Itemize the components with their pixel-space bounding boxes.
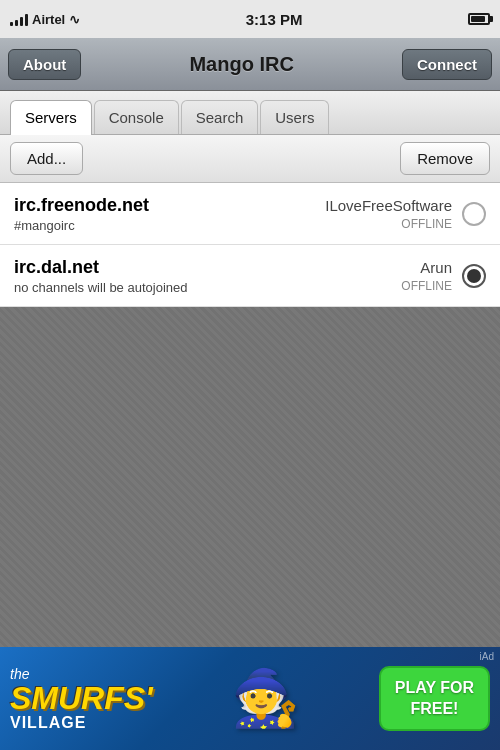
status-left: Airtel ∿ xyxy=(10,12,80,27)
tab-users[interactable]: Users xyxy=(260,100,329,134)
tab-search[interactable]: Search xyxy=(181,100,259,134)
server-hostname-dalnet: irc.dal.net xyxy=(14,257,401,278)
about-button[interactable]: About xyxy=(8,49,81,80)
server-channel-freenode: #mangoirc xyxy=(14,218,325,233)
nav-title: Mango IRC xyxy=(189,53,293,76)
remove-button[interactable]: Remove xyxy=(400,142,490,175)
connect-button[interactable]: Connect xyxy=(402,49,492,80)
signal-bar-1 xyxy=(10,22,13,26)
server-status-dalnet: OFFLINE xyxy=(401,279,452,293)
ad-banner[interactable]: the SMURFS' VILLAGE 🧙 PLAY FORFREE! iAd xyxy=(0,647,500,750)
radio-inner-dalnet xyxy=(467,269,481,283)
tab-console[interactable]: Console xyxy=(94,100,179,134)
carrier-label: Airtel xyxy=(32,12,65,27)
server-right-dalnet: Arun OFFLINE xyxy=(401,259,452,293)
server-item-freenode[interactable]: irc.freenode.net #mangoirc ILoveFreeSoft… xyxy=(0,183,500,245)
signal-bar-4 xyxy=(25,14,28,26)
main-content: About Mango IRC Connect Servers Console … xyxy=(0,38,500,750)
gray-area xyxy=(0,307,500,647)
tab-servers[interactable]: Servers xyxy=(10,100,92,135)
signal-bar-2 xyxy=(15,20,18,26)
status-bar: Airtel ∿ 3:13 PM xyxy=(0,0,500,38)
wifi-icon: ∿ xyxy=(69,12,80,27)
server-nick-dalnet: Arun xyxy=(420,259,452,276)
ad-smurfs-label: SMURFS' xyxy=(10,682,153,714)
server-info-freenode: irc.freenode.net #mangoirc xyxy=(14,195,325,233)
server-channel-dalnet: no channels will be autojoined xyxy=(14,280,401,295)
status-right xyxy=(468,13,490,25)
battery-fill xyxy=(471,16,485,22)
server-right-freenode: ILoveFreeSoftware OFFLINE xyxy=(325,197,452,231)
server-radio-freenode[interactable] xyxy=(462,202,486,226)
server-radio-dalnet[interactable] xyxy=(462,264,486,288)
signal-bar-3 xyxy=(20,17,23,26)
server-status-freenode: OFFLINE xyxy=(401,217,452,231)
battery-icon xyxy=(468,13,490,25)
time-label: 3:13 PM xyxy=(246,11,303,28)
nav-bar: About Mango IRC Connect xyxy=(0,38,500,91)
server-info-dalnet: irc.dal.net no channels will be autojoin… xyxy=(14,257,401,295)
server-item-dalnet[interactable]: irc.dal.net no channels will be autojoin… xyxy=(0,245,500,307)
server-list: irc.freenode.net #mangoirc ILoveFreeSoft… xyxy=(0,183,500,307)
toolbar: Add... Remove xyxy=(0,135,500,183)
ad-play-button[interactable]: PLAY FORFREE! xyxy=(379,666,490,732)
server-hostname-freenode: irc.freenode.net xyxy=(14,195,325,216)
ad-iad-label: iAd xyxy=(480,651,494,662)
ad-village-label: VILLAGE xyxy=(10,714,86,732)
smurf-character-image: 🧙 xyxy=(226,656,306,741)
ad-logo: the SMURFS' VILLAGE xyxy=(10,666,153,732)
signal-bars xyxy=(10,12,28,26)
add-button[interactable]: Add... xyxy=(10,142,83,175)
server-nick-freenode: ILoveFreeSoftware xyxy=(325,197,452,214)
tab-bar: Servers Console Search Users xyxy=(0,91,500,135)
